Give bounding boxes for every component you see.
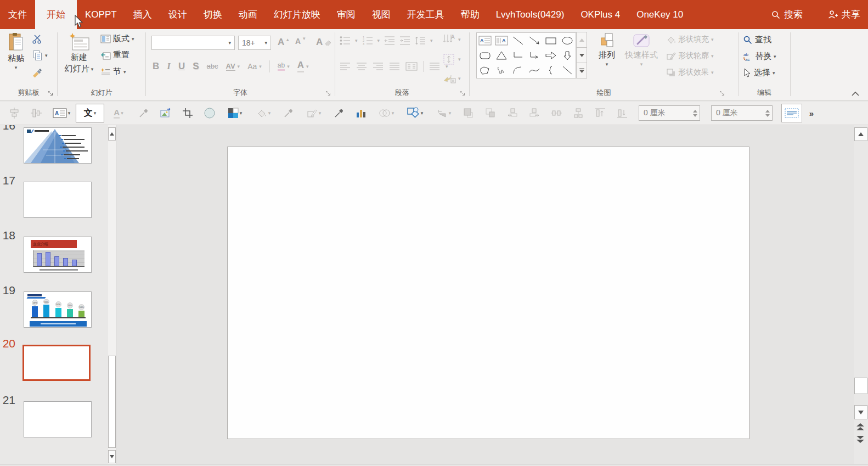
thumbnail-panel-scrollbar[interactable] <box>108 125 116 464</box>
canvas-vertical-scrollbar[interactable] <box>854 125 868 464</box>
underline-button[interactable]: U <box>178 61 185 72</box>
shape-triangle[interactable] <box>493 48 510 63</box>
drawing-dialog-launcher[interactable] <box>719 91 726 97</box>
shape-curve[interactable] <box>526 63 543 78</box>
justify-button[interactable] <box>389 62 400 71</box>
shape-scribble[interactable] <box>493 63 510 78</box>
format-painter-button[interactable] <box>32 66 43 77</box>
increase-indent-button[interactable] <box>399 36 410 46</box>
tab-okplus[interactable]: OKPlus 4 <box>572 0 628 29</box>
character-spacing-button[interactable]: AV▾ <box>226 62 240 71</box>
combine-shapes-button[interactable]: ▾ <box>401 104 429 122</box>
align-left-button[interactable] <box>340 62 351 71</box>
canvas-scrollbar-thumb[interactable] <box>854 378 867 394</box>
columns-button[interactable] <box>405 62 418 71</box>
strikethrough-button[interactable]: abc <box>207 62 218 70</box>
reset-picture-button[interactable] <box>155 104 177 122</box>
current-slide-blank[interactable] <box>227 147 749 439</box>
tab-slideshow[interactable]: 幻灯片放映 <box>266 0 329 29</box>
gallery-scroll-up-button[interactable] <box>576 32 587 48</box>
editing-canvas[interactable] <box>116 125 854 464</box>
text-direction-button[interactable]: A▾ <box>443 33 461 46</box>
gallery-more-button[interactable] <box>576 63 587 78</box>
align-middle-vertical-button[interactable] <box>25 104 47 122</box>
align-text-button[interactable]: ▾ <box>443 53 461 65</box>
tab-view[interactable]: 视图 <box>364 0 399 29</box>
change-case-button[interactable]: Aa▾ <box>247 62 262 71</box>
shape-fill-button[interactable]: 形状填充 ▾ <box>666 35 714 44</box>
send-backward-button[interactable] <box>480 104 501 122</box>
canvas-scroll-up-button[interactable] <box>854 127 867 141</box>
shape-left-brace[interactable] <box>543 63 559 78</box>
canvas-scroll-down-button[interactable] <box>854 405 867 419</box>
previous-slide-button[interactable] <box>856 423 864 431</box>
rotate-objects-button[interactable]: ▾ <box>429 104 458 122</box>
shape-arrow[interactable] <box>526 33 543 48</box>
shape-outline-button[interactable]: 形状轮廓 ▾ <box>666 51 714 61</box>
slide-thumbnail-20-selected[interactable] <box>22 345 91 381</box>
text-shadow-button[interactable]: S <box>193 61 199 72</box>
tab-transitions[interactable]: 切换 <box>195 0 230 29</box>
shape-elbow-arrow-connector[interactable] <box>526 48 543 63</box>
bullets-button[interactable] <box>340 36 351 46</box>
paragraph-dialog-launcher[interactable] <box>460 91 466 97</box>
crop-button[interactable] <box>177 104 199 122</box>
cut-button[interactable] <box>32 33 43 44</box>
shape-width-spinner[interactable]: 0 厘米 <box>639 105 700 121</box>
tab-design[interactable]: 设计 <box>160 0 195 29</box>
slide-thumbnail-17[interactable] <box>24 182 92 218</box>
clipboard-dialog-launcher[interactable] <box>48 91 54 97</box>
bring-forward-button[interactable] <box>458 104 480 122</box>
shrink-font-button[interactable]: A▼ <box>295 37 306 46</box>
next-slide-button[interactable] <box>856 436 864 443</box>
select-button[interactable]: 选择 ▾ <box>743 68 775 78</box>
replace-button[interactable]: abac 替换 ▾ <box>743 51 776 61</box>
width-stepper-arrows[interactable] <box>693 110 697 117</box>
shape-freeform[interactable] <box>477 63 493 78</box>
slide-thumbnail-19[interactable]: 14%19%14%11%10% <box>24 291 92 328</box>
font-dialog-launcher[interactable] <box>325 91 332 97</box>
paste-button[interactable]: 粘贴 ▾ <box>3 32 29 70</box>
shape-line[interactable] <box>510 33 526 48</box>
shape-effects-button[interactable]: 形状效果 ▾ <box>666 68 714 77</box>
panel-scroll-up-button[interactable] <box>108 127 116 141</box>
reset-button[interactable]: 重置 <box>100 50 129 60</box>
new-slide-button[interactable]: 新建 幻灯片▾ <box>61 32 97 74</box>
shape-textbox-vertical[interactable]: A <box>493 33 510 48</box>
move-left-button[interactable] <box>501 104 523 122</box>
align-center-button[interactable] <box>356 62 367 71</box>
highlight-color-button[interactable]: ab▾ <box>278 61 290 71</box>
merge-shapes-button[interactable]: ▾ <box>372 104 401 122</box>
eyedropper-3-button[interactable] <box>328 104 350 122</box>
tab-review[interactable]: 审阅 <box>329 0 364 29</box>
shape-textbox-horizontal[interactable]: A <box>477 33 493 48</box>
distribute-vertical-button[interactable] <box>567 104 589 122</box>
textbox-style-button[interactable] <box>781 104 802 122</box>
fill-bucket-button[interactable]: ▾ <box>249 104 278 122</box>
layout-button[interactable]: 版式 ▾ <box>100 33 134 44</box>
shape-outline-pen-button[interactable]: ▾ <box>300 104 328 122</box>
align-right-button[interactable] <box>373 62 384 71</box>
eyedropper-2-button[interactable] <box>278 104 300 122</box>
theme-colors-button[interactable]: ▾ <box>221 104 249 122</box>
slide-thumbnail-21[interactable] <box>24 401 92 437</box>
clear-formatting-button[interactable]: A <box>316 37 331 48</box>
tab-help[interactable]: 帮助 <box>453 0 488 29</box>
height-stepper-arrows[interactable] <box>765 110 770 117</box>
shape-height-spinner[interactable]: 0 厘米 <box>711 105 773 121</box>
align-bottom-objects-button[interactable] <box>611 104 633 122</box>
font-size-combobox[interactable]: 18+▾ <box>238 36 271 50</box>
section-button[interactable]: 节 ▾ <box>100 66 126 77</box>
font-name-combobox[interactable]: ▾ <box>151 36 235 50</box>
share-button[interactable]: 共享 <box>828 8 860 21</box>
find-button[interactable]: 查找 <box>743 35 771 45</box>
panel-scrollbar-thumb[interactable] <box>108 356 116 448</box>
insert-textbox-vertical-button[interactable]: 文▾ <box>76 104 104 122</box>
copy-button[interactable]: ▾ <box>32 50 48 61</box>
insert-oval-button[interactable] <box>199 104 221 122</box>
tab-animations[interactable]: 动画 <box>230 0 266 29</box>
tab-lvyhtools[interactable]: LvyhTools(0429) <box>488 0 573 29</box>
slide-thumbnail-18[interactable]: 企业介绍 <box>24 237 92 273</box>
move-right-button[interactable] <box>523 104 545 122</box>
shape-line-2[interactable] <box>559 63 576 78</box>
